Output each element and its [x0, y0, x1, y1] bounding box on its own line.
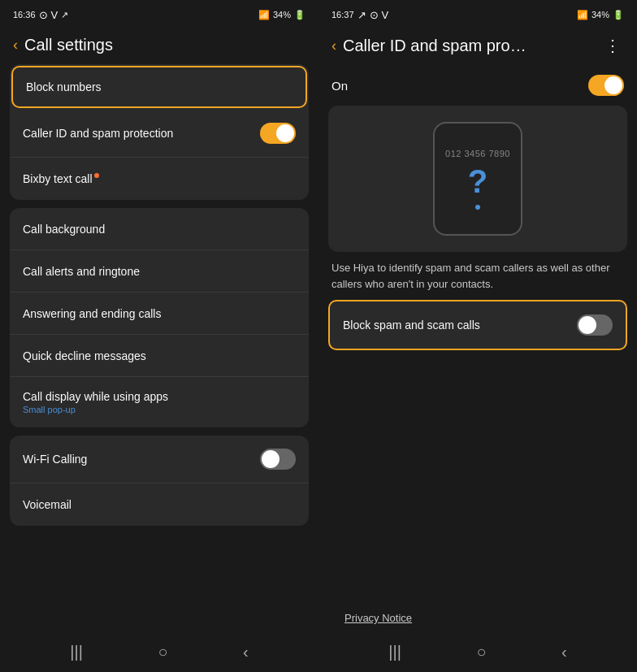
page-title-left: Call settings	[24, 36, 113, 54]
header-icons-right: ⋮	[601, 36, 624, 55]
settings-group-1: Block numbers Caller ID and spam protect…	[10, 64, 309, 200]
caller-id-preview: 012 3456 7890 ?	[328, 106, 627, 252]
battery-icon-right: 🔋	[613, 10, 624, 20]
answering-ending-label: Answering and ending calls	[23, 307, 161, 320]
on-row: On	[318, 65, 637, 106]
bixby-label: Bixby text call	[23, 172, 99, 185]
settings-content-left: Block numbers Caller ID and spam protect…	[0, 64, 318, 631]
time-left: 16:36	[13, 10, 36, 20]
status-time-right: 16:37 ↗ ⊙ V	[332, 9, 388, 21]
settings-group-2: Call background Call alerts and ringtone…	[10, 208, 309, 427]
quick-decline-label: Quick decline messages	[23, 349, 146, 362]
battery-right: 34%	[592, 10, 609, 20]
back-button-right[interactable]: ‹	[332, 37, 336, 54]
block-numbers-item[interactable]: Block numbers	[11, 66, 307, 108]
status-time-left: 16:36 ⊙ V ↗	[13, 9, 68, 21]
call-background-item[interactable]: Call background	[10, 208, 309, 250]
on-label: On	[332, 79, 348, 93]
bixby-item[interactable]: Bixby text call	[10, 158, 309, 200]
phone-number-display: 012 3456 7890	[445, 149, 510, 158]
nav-back-right[interactable]: ‹	[561, 643, 567, 661]
answering-ending-item[interactable]: Answering and ending calls	[10, 293, 309, 335]
wifi-calling-item[interactable]: Wi-Fi Calling	[10, 436, 309, 483]
page-header-right: ‹ Caller ID and spam pro… ⋮	[318, 29, 637, 65]
page-title-right: Caller ID and spam pro…	[343, 37, 526, 55]
nav-back-left[interactable]: ‹	[243, 643, 249, 661]
caller-id-item[interactable]: Caller ID and spam protection	[10, 110, 309, 158]
menu-button-right[interactable]: ⋮	[601, 36, 624, 55]
voicemail-item[interactable]: Voicemail	[10, 483, 309, 526]
right-phone-panel: 16:37 ↗ ⊙ V 📶 34% 🔋 ‹ Caller ID and spam…	[318, 0, 637, 672]
privacy-section: Privacy Notice	[318, 610, 637, 631]
status-right-left: 📶 34% 🔋	[258, 10, 306, 20]
block-spam-label: Block spam and scam calls	[343, 319, 480, 332]
call-background-label: Call background	[23, 223, 105, 236]
wifi-icon-right: 📶	[577, 10, 588, 20]
nav-home-right[interactable]: ○	[476, 643, 486, 661]
status-bar-right: 16:37 ↗ ⊙ V 📶 34% 🔋	[318, 0, 637, 29]
call-display-item[interactable]: Call display while using apps Small pop-…	[10, 377, 309, 427]
hiya-description: Use Hiya to identify spam and scam calle…	[318, 252, 637, 300]
status-right-right: 📶 34% 🔋	[577, 10, 624, 20]
bottom-nav-right: ||| ○ ‹	[318, 631, 637, 672]
nav-home-left[interactable]: ○	[158, 643, 167, 661]
block-spam-item[interactable]: Block spam and scam calls	[328, 300, 627, 350]
time-right: 16:37	[332, 10, 354, 20]
voicemail-label: Voicemail	[23, 498, 72, 511]
nav-recents-right[interactable]: |||	[388, 643, 401, 661]
phone-mockup: 012 3456 7890 ?	[433, 122, 522, 236]
page-header-left: ‹ Call settings	[0, 29, 318, 64]
block-spam-toggle[interactable]	[577, 314, 613, 336]
call-alerts-item[interactable]: Call alerts and ringtone	[10, 250, 309, 293]
back-button-left[interactable]: ‹	[13, 37, 18, 54]
bixby-dot	[94, 173, 99, 178]
wifi-calling-label: Wi-Fi Calling	[23, 453, 87, 466]
wifi-icon-left: 📶	[258, 10, 270, 20]
battery-left: 34%	[273, 10, 291, 20]
spacer	[318, 350, 637, 610]
question-dot	[475, 205, 480, 210]
caller-id-label: Caller ID and spam protection	[23, 127, 173, 140]
quick-decline-item[interactable]: Quick decline messages	[10, 335, 309, 377]
nav-recents-left[interactable]: |||	[70, 643, 83, 661]
call-alerts-label: Call alerts and ringtone	[23, 265, 140, 278]
settings-group-3: Wi-Fi Calling Voicemail	[10, 436, 309, 526]
battery-icon-left: 🔋	[294, 10, 306, 20]
wifi-calling-toggle[interactable]	[260, 449, 296, 470]
on-toggle[interactable]	[588, 75, 624, 96]
status-bar-left: 16:36 ⊙ V ↗ 📶 34% 🔋	[0, 0, 318, 29]
call-display-label: Call display while using apps	[23, 390, 168, 403]
call-display-subtext: Small pop-up	[23, 405, 168, 414]
caller-id-toggle[interactable]	[260, 123, 296, 144]
question-mark-icon: ?	[468, 163, 488, 200]
bottom-nav-left: ||| ○ ‹	[0, 631, 318, 672]
block-numbers-label: Block numbers	[26, 80, 102, 93]
left-phone-panel: 16:36 ⊙ V ↗ 📶 34% 🔋 ‹ Call settings Bloc…	[0, 0, 318, 672]
